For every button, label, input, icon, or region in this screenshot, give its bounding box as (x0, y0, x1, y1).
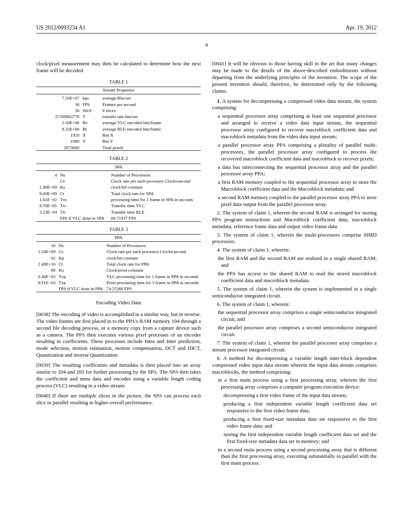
table-row: 9.70E−05TtvTransfer time VLC (36, 203, 201, 209)
table-row: 30Slic## slices (36, 107, 201, 113)
claim-1-sub: a second RAM memory coupled to the paral… (218, 194, 377, 208)
table-row: CsClock rate per each processor Clocks/s… (36, 178, 201, 184)
table3: 16NsNumber of Processors 1.50E+09CsClock… (36, 243, 201, 292)
claim-8-sub2: producing a first independent variable l… (223, 401, 377, 414)
claim-1-sub: a first RAM memory coupled to the sequen… (218, 179, 377, 193)
claim-8-sub2: producing a first fixed-size metadata da… (223, 416, 377, 430)
table-row: 2.40E+09Ksclock/bit constant (36, 184, 201, 190)
table-row: 1.61E−02Tvsprocessing time for 1 frame i… (36, 197, 201, 203)
claim-8-sub2: storing the first independent variable l… (223, 431, 377, 445)
right-column: [0041] It will be obvious to those havin… (212, 60, 377, 468)
table-row: 80KxClock/pixel constant (36, 267, 201, 273)
claim-1-sub: a sequential processor array comprising … (218, 113, 377, 140)
publication-number: US 2012/0093234 A1 (36, 24, 86, 31)
table-row: 8.33E+06Braverage RLE encoded bits/frame (36, 126, 201, 132)
page-number: 4 (36, 42, 377, 48)
paragraph-0039: [0039] The resulting coefficients and me… (36, 362, 201, 389)
table-row: 62Kpclock/bit constant (36, 255, 201, 261)
table-row: FPS if VLC done in SPA60.71937 FPS (36, 215, 201, 221)
table-row: 2.40E+10CtTotal clock rate for PPA (36, 261, 201, 267)
page-header: US 2012/0093234 A1 Apr. 19, 2012 (36, 24, 377, 33)
publication-date: Apr. 19, 2012 (346, 24, 377, 31)
table-row: 2073600Total pixels (36, 144, 201, 151)
claim-5: 5. The system of claim 1, wherein the sy… (212, 286, 377, 299)
claim-1-sub: a data bus interconnecting the sequentia… (218, 164, 377, 178)
table3-label: TABLE 3 (36, 227, 201, 233)
table2-caption: SPA (36, 164, 201, 171)
claim-4: 4. The system of claim 1, wherein: (212, 247, 377, 254)
claim-8-sub: in a second main process using a second … (218, 447, 377, 467)
claim-6: 6. The system of claim 1, wherein: (212, 301, 377, 308)
claim-1-sub: a parallel processor array PPA comprisin… (218, 142, 377, 162)
continuation-paragraph: clock/pixel measurement may then be calc… (36, 60, 201, 74)
claim-8-sub2: decompressing a first video frame of the… (223, 392, 377, 399)
table-row: FPS if VLC done in PPA74.25368 FPS (36, 286, 201, 292)
table-row: 25769803776Ttransfer rate bits/sec (36, 114, 201, 120)
claim-8: 8. A method for decompressing a variable… (212, 355, 377, 376)
paragraph-0040: [0040] If there are multiple slices in t… (36, 393, 201, 406)
claim-6-sub: the parallel processor array comprises a… (218, 324, 377, 338)
table-row: 4NsNumber of Processors (36, 172, 201, 178)
claim-4-sub: the PPA has access to the shared RAM to … (218, 270, 377, 284)
paragraph-0041: [0041] It will be obvious to those havin… (212, 60, 377, 94)
claim-1: 1. A system for decompressing a compress… (212, 98, 377, 112)
claim-2: 2. The system of claim 1, wherein the se… (212, 210, 377, 230)
paragraph-0038: [0038] The encoding of video is accompli… (36, 311, 201, 359)
table1: 7.50E+07bpsaverage Bits/sec 30FPSFrames … (36, 95, 201, 151)
table2: 4NsNumber of Processors CsClock rate per… (36, 172, 201, 221)
table-row: 7.50E+07bpsaverage Bits/sec (36, 95, 201, 101)
table-row: 30FPSFrames per second (36, 101, 201, 107)
table1-label: TABLE 1 (36, 79, 201, 85)
table-row: 1080YRes Y (36, 138, 201, 144)
table1-caption: Stream Properties (36, 87, 201, 94)
table-row: 6.46E−03TvpVLC processing time for 1 fra… (36, 273, 201, 279)
table-row: 1920XRes X (36, 132, 201, 138)
claim-4-sub: the first RAM and the second RAM are rea… (218, 255, 377, 269)
claim-3: 3. The system of claim 1, wherein the mu… (212, 232, 377, 245)
table-row: 6.91E−03TxpPixel processing time for 1 f… (36, 279, 201, 285)
table-row: 16NsNumber of Processors (36, 243, 201, 249)
table2-label: TABLE 2 (36, 156, 201, 162)
table-row: 3.23E−04TtrTransfer time RLE (36, 209, 201, 215)
table-row: 9.60E+09CtTotal clock rate for SPA (36, 190, 201, 196)
table-row: 2.50E+06Bvaverage VLC encoded bits/frame (36, 120, 201, 126)
claim-7: 7. The system of claim 1, wherein the pa… (212, 340, 377, 353)
claim-8-sub: in a first main process using a first pr… (218, 377, 377, 391)
table-row: 1.50E+09CsClock rate per each processor … (36, 249, 201, 255)
claim-6-sub: the sequential processor array comprises… (218, 309, 377, 323)
table3-caption: PPA (36, 235, 201, 241)
section-heading: Encoding Video Data (36, 299, 201, 306)
left-column: clock/pixel measurement may then be calc… (36, 60, 201, 468)
